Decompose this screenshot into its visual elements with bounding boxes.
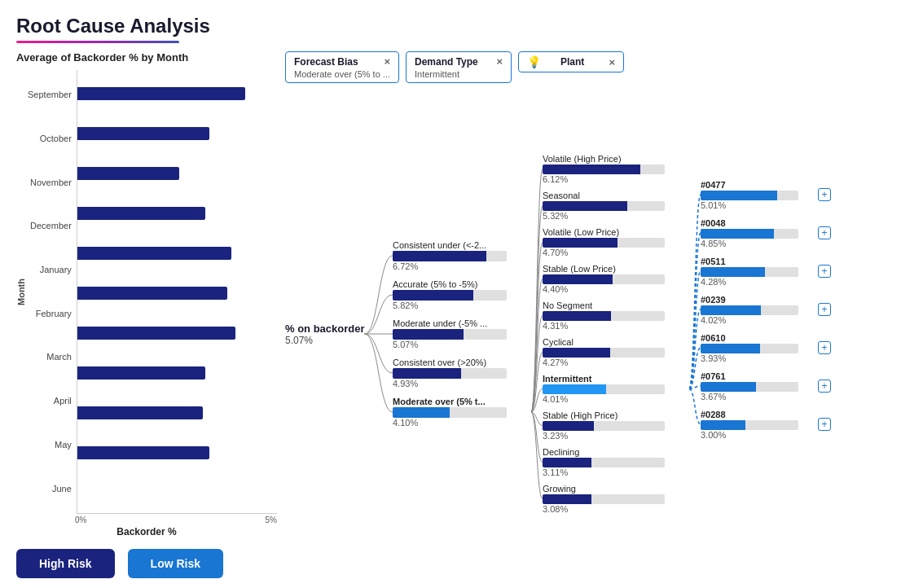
expand-button[interactable]: + (818, 226, 831, 239)
root-value: 5.07% (285, 335, 365, 346)
chip-close-button[interactable]: × (496, 55, 503, 68)
expand-button[interactable]: + (818, 188, 831, 201)
bar (77, 406, 203, 419)
tree-node-l2[interactable]: Volatile (Low Price) 4.70% (543, 227, 689, 257)
tree-node-l2[interactable]: Growing 3.08% (543, 484, 689, 514)
bar (77, 446, 209, 459)
bar (77, 287, 227, 300)
bars-area (77, 70, 277, 514)
node-bar-fill (701, 267, 765, 277)
expand-button[interactable]: + (818, 341, 831, 354)
node-value: 4.10% (393, 418, 531, 428)
chip-close-button[interactable]: × (609, 56, 615, 68)
bar-row (77, 273, 277, 313)
tree-node-l1[interactable]: Moderate over (5% t... 4.10% (393, 397, 531, 428)
node-value: 4.01% (543, 394, 689, 404)
bar-row (77, 193, 277, 233)
node-label: Moderate over (5% t... (393, 397, 531, 406)
bar-row (77, 353, 277, 393)
node-bar-bg (393, 368, 507, 379)
node-value: 3.08% (543, 504, 689, 514)
node-bar-bg (701, 229, 798, 239)
chip-close-button[interactable]: × (384, 55, 390, 68)
x-tick: 5% (266, 516, 277, 524)
node-bar-fill (701, 191, 777, 200)
bar-row (77, 393, 277, 433)
node-bar-fill (701, 344, 760, 353)
tree-node-l3[interactable]: #0761 3.67% (701, 371, 816, 402)
node-value: 3.00% (701, 430, 816, 440)
expand-button[interactable]: + (818, 418, 831, 431)
tree-node-l2[interactable]: Declining 3.11% (543, 447, 689, 477)
tree-node-l1[interactable]: Accurate (5% to -5%) 5.82% (393, 279, 531, 310)
tree-node-l3-wrap: #0511 4.28% + (701, 254, 831, 289)
filter-chip-demand-type[interactable]: Demand Type×Intermittent (406, 51, 512, 83)
y-label: June (28, 485, 72, 494)
y-label: October (28, 134, 72, 143)
node-label: Consistent under (<-2... (393, 240, 531, 250)
tree-level-1: Consistent under (<-2... 6.72% Accurate … (393, 238, 531, 430)
node-label: #0048 (701, 218, 816, 228)
node-label: #0511 (701, 257, 816, 266)
low-risk-button[interactable]: Low Risk (128, 549, 223, 578)
tree-node-l3[interactable]: #0288 3.00% (701, 410, 816, 440)
tree-node-l2[interactable]: Intermittent 4.01% (543, 374, 689, 404)
node-label: Intermittent (543, 374, 689, 384)
bar-row (77, 113, 277, 153)
node-bar-bg (543, 458, 665, 467)
node-value: 3.93% (701, 353, 816, 363)
filter-chip-plant[interactable]: 💡Plant× (518, 51, 624, 72)
tree-node-l3[interactable]: #0511 4.28% (701, 257, 816, 287)
tree-node-l1[interactable]: Consistent under (<-2... 6.72% (393, 240, 531, 271)
bar (77, 247, 231, 260)
tree-node-l1[interactable]: Moderate under (-5% ... 5.07% (393, 318, 531, 349)
tree-node-l2[interactable]: Stable (High Price) 3.23% (543, 410, 689, 441)
node-bar-fill (393, 290, 473, 301)
node-bar-fill (393, 329, 464, 340)
node-label: No Segment (543, 301, 689, 310)
tree-node-l2[interactable]: Volatile (High Price) 6.12% (543, 154, 689, 184)
node-label: Cyclical (543, 337, 689, 347)
tree-node-l3[interactable]: #0239 4.02% (701, 295, 816, 325)
x-tick: 0% (75, 516, 86, 524)
filter-chip-value: Moderate over (5% to ... (294, 69, 390, 79)
expand-button[interactable]: + (818, 303, 831, 316)
node-bar-bg (701, 382, 798, 392)
bar (77, 207, 205, 220)
node-bar-bg (543, 238, 665, 248)
node-value: 5.01% (701, 200, 816, 210)
tree-node-l3[interactable]: #0048 4.85% (701, 218, 816, 248)
node-bar-fill (393, 251, 486, 261)
tree-node-l2[interactable]: Seasonal 5.32% (543, 191, 689, 221)
tree-node-l1[interactable]: Consistent over (>20%) 4.93% (393, 358, 531, 388)
filter-chip-forecast-bias[interactable]: Forecast Bias×Moderate over (5% to ... (285, 51, 399, 83)
tree-node-l3-wrap: #0288 3.00% + (701, 407, 831, 442)
bar (77, 127, 209, 140)
node-bar-fill (543, 311, 611, 321)
node-value: 6.12% (543, 174, 689, 184)
tree-node-l2[interactable]: Stable (Low Price) 4.40% (543, 264, 689, 294)
tree-level-0: % on backorder 5.07% (285, 317, 383, 352)
node-value: 5.32% (543, 211, 689, 221)
tree-node-l2[interactable]: Cyclical 4.27% (543, 337, 689, 367)
node-bar-fill (543, 384, 606, 394)
y-label: February (28, 309, 72, 318)
node-value: 3.23% (543, 431, 689, 441)
bar-chart-inner: Month SeptemberOctoberNovemberDecemberJa… (16, 70, 277, 514)
action-buttons: High Risk Low Risk (16, 549, 277, 578)
root-node[interactable]: % on backorder 5.07% (285, 319, 365, 349)
expand-button[interactable]: + (818, 265, 831, 278)
high-risk-button[interactable]: High Risk (16, 549, 115, 578)
node-bar-bg (701, 191, 798, 200)
node-bar-bg (543, 348, 665, 358)
tree-node-l3[interactable]: #0477 5.01% (701, 180, 816, 210)
node-value: 4.85% (701, 239, 816, 248)
tree-node-l3[interactable]: #0610 3.93% (701, 333, 816, 363)
tree-node-l2[interactable]: No Segment 4.31% (543, 301, 689, 331)
expand-button[interactable]: + (818, 380, 831, 393)
node-bar-fill (701, 420, 745, 430)
node-bar-bg (543, 311, 665, 321)
filter-chip-title: Forecast Bias× (294, 55, 390, 68)
node-bar-fill (543, 494, 591, 504)
node-bar-fill (543, 238, 618, 248)
